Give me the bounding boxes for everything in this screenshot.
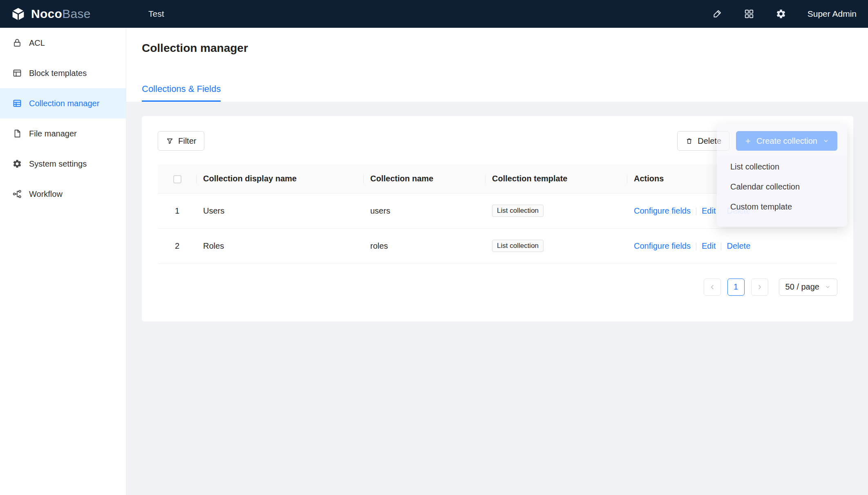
- cell-collection-template: List collection: [485, 193, 627, 228]
- table-row: 2 Roles roles List collection Configure …: [158, 228, 837, 263]
- edit-link[interactable]: Edit: [702, 241, 716, 250]
- next-page-button[interactable]: [751, 279, 768, 296]
- topbar-right: Super Admin: [712, 9, 868, 19]
- configure-fields-link[interactable]: Configure fields: [634, 241, 691, 250]
- cell-collection-name: roles: [364, 228, 485, 263]
- sidebar-item-label: Block templates: [29, 69, 87, 78]
- menu-item-calendar-collection[interactable]: Calendar collection: [717, 177, 847, 197]
- cell-actions: Configure fieldsEditDelete: [627, 228, 837, 263]
- row-index: 2: [158, 228, 197, 263]
- page-title: Collection manager: [142, 42, 852, 55]
- page-number-button[interactable]: 1: [727, 279, 745, 296]
- sidebar-item-acl[interactable]: ACL: [0, 28, 126, 58]
- file-icon: [12, 129, 22, 138]
- column-header-select: [158, 165, 197, 193]
- sidebar-item-label: File manager: [29, 129, 77, 138]
- pagination: 1 50 / page: [158, 279, 837, 296]
- workflow-icon: [12, 189, 22, 199]
- main-area: Collection manager Collections & Fields …: [126, 28, 868, 495]
- sidebar-item-label: ACL: [29, 38, 45, 48]
- tab-bar: Collections & Fields: [142, 84, 852, 102]
- create-collection-menu: List collection Calendar collection Cust…: [717, 156, 847, 227]
- sidebar-item-file-manager[interactable]: File manager: [0, 118, 126, 149]
- sidebar-item-label: System settings: [29, 159, 87, 169]
- brand-base: Base: [62, 7, 91, 20]
- action-divider: [696, 207, 696, 215]
- brand-text: NocoBase: [31, 7, 91, 21]
- apps-grid-icon[interactable]: [744, 9, 754, 19]
- select-all-checkbox[interactable]: [173, 175, 181, 183]
- row-index: 1: [158, 193, 197, 228]
- sidebar-item-block-templates[interactable]: Block templates: [0, 58, 126, 88]
- menu-item-list-collection[interactable]: List collection: [717, 157, 847, 177]
- edit-link[interactable]: Edit: [702, 206, 716, 215]
- gear-icon[interactable]: [776, 9, 786, 19]
- top-navigation: Test: [126, 0, 172, 28]
- sidebar-item-label: Workflow: [29, 190, 63, 199]
- column-header-display-name: Collection display name: [197, 165, 364, 193]
- cell-display-name: Roles: [197, 228, 364, 263]
- tab-collections-and-fields[interactable]: Collections & Fields: [142, 84, 221, 102]
- table-icon: [12, 98, 22, 108]
- sidebar-item-label: Collection manager: [29, 99, 99, 108]
- trash-icon: [685, 137, 693, 145]
- sidebar-item-system-settings[interactable]: System settings: [0, 149, 126, 179]
- cell-collection-template: List collection: [485, 228, 627, 263]
- page-size-value: 50 / page: [785, 282, 819, 292]
- settings-sidebar: ACL Block templates Collection manager F…: [0, 28, 126, 495]
- template-tag: List collection: [492, 240, 544, 252]
- gear-icon: [12, 159, 22, 169]
- configure-fields-link[interactable]: Configure fields: [634, 206, 691, 215]
- cell-collection-name: users: [364, 193, 485, 228]
- sidebar-item-collection-manager[interactable]: Collection manager: [0, 88, 126, 118]
- cell-display-name: Users: [197, 193, 364, 228]
- template-tag: List collection: [492, 205, 544, 217]
- column-header-collection-name: Collection name: [364, 165, 485, 193]
- cube-icon: [11, 7, 26, 22]
- delete-link[interactable]: Delete: [727, 241, 750, 250]
- create-collection-dropdown: List collection Calendar collection Cust…: [717, 123, 847, 227]
- highlighter-icon[interactable]: [712, 9, 723, 19]
- user-menu[interactable]: Super Admin: [808, 9, 857, 19]
- page-header: Collection manager Collections & Fields: [126, 28, 868, 102]
- nocobase-logo[interactable]: NocoBase: [0, 7, 126, 22]
- chevron-right-icon: [756, 283, 763, 291]
- topbar: NocoBase Test Super Admin: [0, 0, 868, 28]
- filter-button[interactable]: Filter: [158, 131, 204, 151]
- column-header-collection-template: Collection template: [485, 165, 627, 193]
- action-divider: [721, 243, 721, 250]
- sidebar-item-workflow[interactable]: Workflow: [0, 179, 126, 209]
- page-size-select[interactable]: 50 / page: [779, 279, 837, 296]
- filter-button-label: Filter: [178, 136, 196, 146]
- previous-page-button[interactable]: [704, 279, 721, 296]
- topnav-item-test[interactable]: Test: [141, 0, 172, 28]
- action-divider: [696, 243, 696, 250]
- chevron-left-icon: [709, 283, 716, 291]
- brand-noco: Noco: [31, 7, 62, 20]
- layout-icon: [12, 68, 22, 78]
- chevron-down-icon: [825, 284, 831, 290]
- lock-icon: [12, 38, 22, 48]
- filter-icon: [166, 137, 174, 145]
- menu-item-custom-template[interactable]: Custom template: [717, 197, 847, 217]
